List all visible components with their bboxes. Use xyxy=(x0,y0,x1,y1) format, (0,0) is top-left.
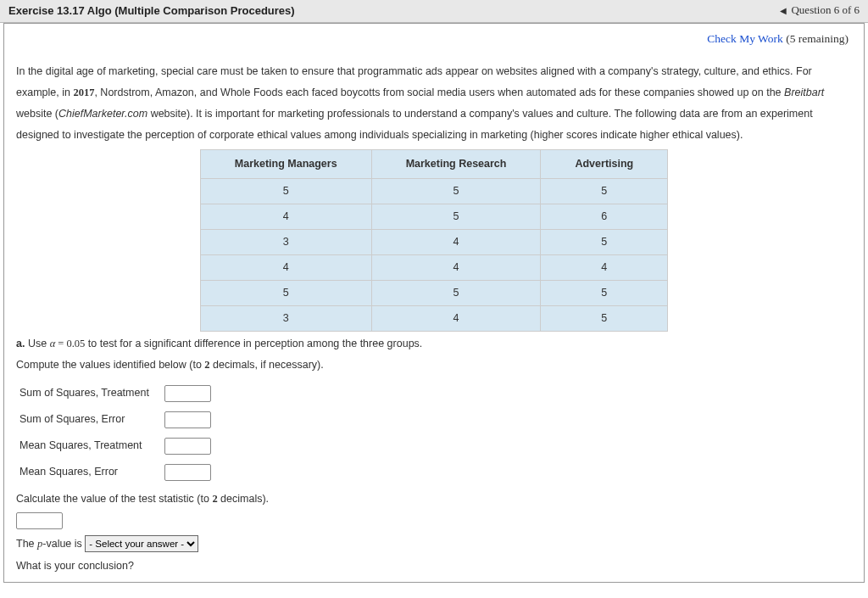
calc-test-stat-line: Calculate the value of the test statisti… xyxy=(16,488,852,510)
table-row: 555 xyxy=(200,281,667,306)
ss-treatment-label: Sum of Squares, Treatment xyxy=(16,383,164,404)
intro-paragraph: In the digital age of marketing, special… xyxy=(16,61,852,146)
ms-error-row: Mean Squares, Error xyxy=(16,461,852,483)
table-row: 456 xyxy=(200,204,667,230)
cell: 4 xyxy=(371,255,541,281)
cell: 6 xyxy=(541,204,668,230)
cell: 5 xyxy=(200,179,371,204)
part-a-text2: to test for a significant difference in … xyxy=(85,338,422,349)
ms-error-label: Mean Squares, Error xyxy=(16,461,164,483)
cell: 3 xyxy=(200,230,371,255)
cell: 4 xyxy=(200,204,371,230)
year: 2017 xyxy=(73,87,94,98)
cell: 4 xyxy=(371,306,541,332)
question-a-line: a. Use α = 0.05 to test for a significan… xyxy=(16,333,852,355)
cell: 3 xyxy=(200,306,371,332)
question-counter: Question 6 of 6 xyxy=(791,3,860,16)
question-nav[interactable]: ◀ Question 6 of 6 xyxy=(780,3,860,17)
col-header-advertising: Advertising xyxy=(541,150,668,179)
calc-text-a: Calculate the value of the test statisti… xyxy=(16,493,212,505)
cell: 5 xyxy=(371,179,541,204)
conclusion-line: What is your conclusion? xyxy=(16,555,852,577)
ss-error-row: Sum of Squares, Error xyxy=(16,409,852,430)
compute-line: Compute the values identified below (to … xyxy=(16,355,852,376)
inputs-block: Sum of Squares, Treatment Sum of Squares… xyxy=(16,383,852,483)
intro-text-3: website ( xyxy=(16,108,58,120)
table-row: 345 xyxy=(200,306,667,332)
calc-text-b: decimals). xyxy=(218,493,269,505)
col-header-managers: Marketing Managers xyxy=(200,150,371,179)
cell: 4 xyxy=(371,230,541,255)
pvalue-text-a: The xyxy=(16,538,37,550)
ms-treatment-row: Mean Squares, Treatment xyxy=(16,435,852,456)
cell: 4 xyxy=(200,255,371,281)
bottom-lines: Calculate the value of the test statisti… xyxy=(16,488,852,577)
compute-text-a: Compute the values identified below (to xyxy=(16,359,204,371)
cell: 5 xyxy=(541,306,668,332)
prev-triangle-icon[interactable]: ◀ xyxy=(780,6,787,15)
header-bar: Exercise 13.17 Algo (Multiple Comparison… xyxy=(0,0,868,23)
chiefmarketer: ChiefMarketer.com xyxy=(58,108,147,120)
col-header-research: Marketing Research xyxy=(371,150,541,179)
test-stat-input-row xyxy=(16,510,852,532)
alpha-value: α = 0.05 xyxy=(50,338,86,349)
cell: 5 xyxy=(371,281,541,306)
ms-treatment-input[interactable] xyxy=(164,438,211,455)
table-body: 555 456 345 444 555 345 xyxy=(200,179,667,332)
data-table: Marketing Managers Marketing Research Ad… xyxy=(200,149,668,332)
cell: 5 xyxy=(541,179,668,204)
ss-treatment-input[interactable] xyxy=(164,385,211,402)
cell: 5 xyxy=(541,281,668,306)
ms-treatment-label: Mean Squares, Treatment xyxy=(16,435,164,456)
cell: 5 xyxy=(541,230,668,255)
main-panel: Check My Work (5 remaining) In the digit… xyxy=(3,23,865,583)
ss-error-input[interactable] xyxy=(164,411,211,428)
table-header-row: Marketing Managers Marketing Research Ad… xyxy=(200,150,667,179)
pvalue-select[interactable]: - Select your answer - xyxy=(85,535,198,552)
cell: 4 xyxy=(541,255,668,281)
check-remaining: (5 remaining) xyxy=(786,32,849,45)
pvalue-line: The p-value is - Select your answer - xyxy=(16,533,852,555)
cell: 5 xyxy=(371,204,541,230)
part-a-text1: Use xyxy=(25,338,49,349)
ms-error-input[interactable] xyxy=(164,464,211,481)
table-row: 444 xyxy=(200,255,667,281)
breitbart: Breitbart xyxy=(784,87,824,98)
table-row: 345 xyxy=(200,230,667,255)
compute-text-b: decimals, if necessary). xyxy=(210,359,324,371)
check-my-work-link[interactable]: Check My Work xyxy=(707,32,782,45)
pvalue-text-b: -value is xyxy=(42,538,85,550)
table-row: 555 xyxy=(200,179,667,204)
exercise-title: Exercise 13.17 Algo (Multiple Comparison… xyxy=(8,4,295,17)
ss-error-label: Sum of Squares, Error xyxy=(16,409,164,430)
test-statistic-input[interactable] xyxy=(16,512,63,529)
question-content: In the digital age of marketing, special… xyxy=(4,61,864,582)
cell: 5 xyxy=(200,281,371,306)
part-a-label: a. xyxy=(16,338,25,349)
ss-treatment-row: Sum of Squares, Treatment xyxy=(16,383,852,404)
check-my-work-row: Check My Work (5 remaining) xyxy=(4,24,864,61)
intro-text-2: , Nordstrom, Amazon, and Whole Foods eac… xyxy=(94,87,784,98)
